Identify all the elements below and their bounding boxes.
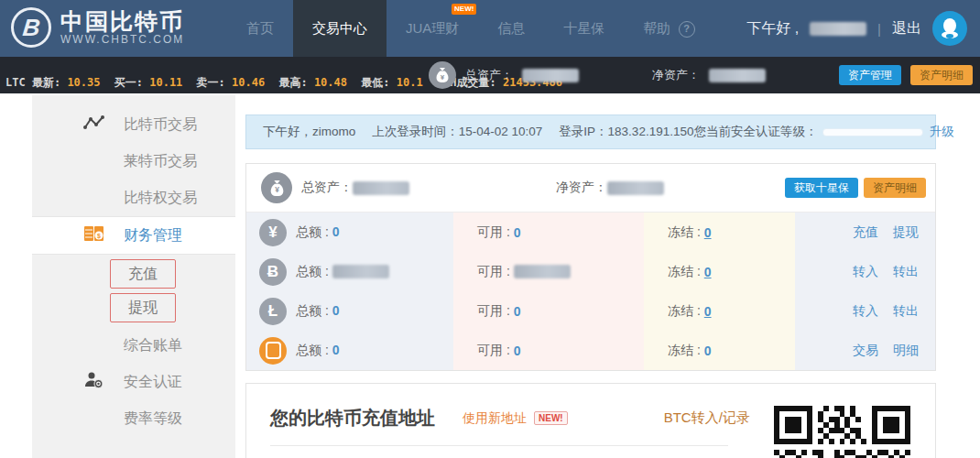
ticker-symbol: LTC	[5, 76, 26, 89]
transfer-in-link[interactable]: 转入	[853, 303, 878, 320]
sidebar-item-ltc-trade[interactable]: 莱特币交易	[32, 143, 235, 180]
get-ten-star-button[interactable]: 获取十星保	[785, 178, 858, 198]
asset-manage-button[interactable]: 资产管理	[839, 65, 901, 85]
transfer-out-link[interactable]: 转出	[893, 264, 919, 280]
sidebar-item-btq-trade[interactable]: 比特权交易	[32, 180, 235, 216]
site-logo[interactable]: B 中国比特币 WWW.CHBTC.COM	[11, 7, 184, 48]
net-assets-redacted	[607, 181, 664, 195]
left-sidebar: 比特币交易 莱特币交易 比特权交易 $ 财务管理 充值 提现 综合账单	[32, 95, 235, 458]
nav-item-info[interactable]: 信息	[478, 0, 544, 57]
asset-detail-button[interactable]: 资产明细	[910, 65, 973, 85]
sidebar-item-btc-trade[interactable]: 比特币交易	[32, 106, 235, 143]
use-new-address-link[interactable]: 使用新地址	[463, 410, 527, 427]
money-bag-icon: ¥	[261, 172, 292, 203]
total-label: 总额 :	[296, 264, 329, 278]
ticker-last-label: 最新:	[32, 76, 60, 89]
nav-item-jua-label: JUA理财	[406, 20, 459, 36]
assets-panel-header: ¥ 总资产： 净资产： 获取十星保 资产明细	[246, 164, 935, 213]
nav-item-trade-center[interactable]: 交易中心	[293, 0, 387, 57]
sidebar-item-label: 莱特币交易	[124, 152, 197, 171]
asset-row-ltc: Ł 总额 :0 可用 :0 冻结 :0 转入 转出	[246, 291, 935, 331]
sidebar-item-fee-level[interactable]: 费率等级	[32, 400, 235, 437]
asset-row-jua: 总额 :0 可用 :0 冻结 :0 交易 明细	[246, 331, 935, 370]
sidebar-item-security[interactable]: 安全认证	[32, 364, 235, 400]
nav-item-jua[interactable]: JUA理财 NEW!	[387, 0, 478, 57]
withdraw-link[interactable]: 提现	[893, 224, 919, 241]
frozen-label: 冻结 :	[668, 343, 701, 359]
assets-panel: ¥ 总资产： 净资产： 获取十星保 资产明细 ¥ 总额 :0 可用 :0 冻结 …	[245, 163, 936, 371]
total-value: 0	[332, 343, 340, 357]
asset-row-cny: ¥ 总额 :0 可用 :0 冻结 :0 充值 提现	[246, 213, 935, 252]
sidebar-item-finance[interactable]: $ 财务管理	[32, 216, 235, 255]
total-value: 0	[332, 224, 340, 239]
logout-button[interactable]: 退出	[892, 19, 921, 38]
nav-item-ten-star[interactable]: 十星保	[544, 0, 624, 57]
bitcoin-logo-icon: B	[11, 7, 51, 48]
ticker-high-label: 最高:	[278, 76, 307, 89]
total-label: 总额 :	[296, 343, 329, 357]
new-badge: NEW!	[452, 4, 476, 15]
svg-text:$: $	[97, 233, 101, 240]
ticker-asset-bar: LTC 最新: 10.35 买一: 10.11 卖一: 10.46 最高: 10…	[0, 57, 980, 93]
greeting-text: 下午好 ,	[746, 19, 799, 38]
btc-icon: Ƀ	[259, 258, 287, 286]
frozen-value[interactable]: 0	[704, 304, 712, 319]
main-nav: 首页 交易中心 JUA理财 NEW! 信息 十星保 帮助 ?	[227, 0, 714, 57]
qq-contact-icon[interactable]	[932, 11, 967, 46]
chart-line-icon	[82, 115, 106, 134]
deposit-link[interactable]: 充值	[853, 224, 878, 241]
cny-icon: ¥	[259, 219, 287, 246]
ticker-ask-value: 10.46	[232, 76, 265, 89]
sidebar-item-deposit[interactable]: 充值	[110, 259, 176, 289]
avail-label: 可用 :	[477, 224, 510, 241]
user-area: 下午好 , | 退出	[746, 0, 967, 57]
transfer-in-link[interactable]: 转入	[853, 264, 878, 280]
asset-detail-button[interactable]: 资产明细	[864, 178, 926, 198]
transfer-out-link[interactable]: 转出	[893, 303, 919, 320]
ticker-high-value: 10.48	[314, 76, 347, 89]
btc-records-link[interactable]: BTC转入/记录	[664, 409, 750, 427]
detail-link[interactable]: 明细	[893, 343, 919, 359]
sidebar-item-label: 安全认证	[124, 373, 182, 392]
avail-label: 可用 :	[477, 264, 510, 280]
deposit-title: 您的比特币充值地址	[270, 406, 435, 431]
upgrade-link[interactable]: 升级	[929, 124, 953, 140]
jua-icon	[259, 337, 287, 365]
bar-total-assets-label: 总资产：	[465, 67, 513, 83]
logo-subtitle: WWW.CHBTC.COM	[60, 33, 184, 46]
last-login-time: 上次登录时间：15-04-02 10:07	[372, 124, 542, 140]
total-assets-redacted	[353, 181, 409, 195]
avail-label: 可用 :	[477, 303, 510, 320]
ticker-low-label: 最低:	[361, 76, 389, 89]
ticker-bid-label: 买一:	[114, 76, 143, 89]
security-level-label: 您当前安全认证等级：	[693, 124, 817, 140]
sidebar-item-withdraw[interactable]: 提现	[110, 293, 176, 322]
top-navbar: B 中国比特币 WWW.CHBTC.COM 首页 交易中心 JUA理财 NEW!…	[0, 0, 980, 57]
ticker-low-value: 10.1	[397, 76, 423, 89]
jua-glyph	[266, 342, 281, 359]
frozen-value[interactable]: 0	[704, 225, 712, 240]
trade-link[interactable]: 交易	[853, 343, 878, 359]
asset-row-btc: Ƀ 总额 : 可用 : 冻结 :0 转入 转出	[246, 252, 935, 291]
ltc-icon: Ł	[259, 298, 287, 325]
money-bag-glyph: ¥	[435, 67, 450, 83]
avail-label: 可用 :	[477, 343, 510, 359]
svg-text:¥: ¥	[275, 185, 279, 194]
sidebar-item-label: 提现	[128, 299, 158, 318]
frozen-label: 冻结 :	[668, 224, 701, 241]
username-redacted	[810, 22, 866, 36]
user-shield-icon	[82, 371, 106, 393]
ticker-ask-label: 卖一:	[197, 76, 225, 89]
sidebar-item-statement[interactable]: 综合账单	[32, 327, 235, 364]
avail-value: 0	[514, 304, 521, 319]
penguin-icon	[940, 17, 960, 39]
nav-item-help[interactable]: 帮助 ?	[624, 0, 713, 57]
total-label: 总额 :	[296, 224, 329, 239]
btc-deposit-qr-code	[763, 395, 921, 458]
bar-total-assets-redacted	[522, 69, 579, 82]
sidebar-item-label: 比特币交易	[124, 115, 197, 135]
nav-item-home[interactable]: 首页	[227, 0, 293, 57]
frozen-value[interactable]: 0	[704, 265, 712, 279]
security-progress-bar	[822, 128, 923, 136]
total-value-redacted	[332, 265, 389, 278]
